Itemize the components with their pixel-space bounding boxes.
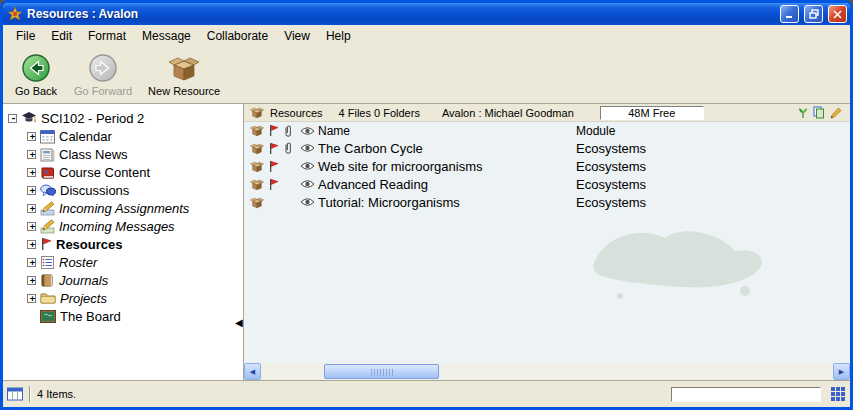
- tree-item-label: Incoming Messages: [59, 219, 175, 234]
- expand-expander[interactable]: [27, 240, 36, 249]
- menu-view[interactable]: View: [276, 27, 318, 45]
- tree-item-roster[interactable]: Roster: [27, 253, 243, 271]
- copy-stack-icon[interactable]: [813, 106, 825, 119]
- menu-edit[interactable]: Edit: [43, 27, 80, 45]
- tree-item-label: Class News: [59, 147, 128, 162]
- news-icon: [40, 147, 55, 162]
- tree-item-discussions[interactable]: Discussions: [27, 181, 243, 199]
- resource-row[interactable]: Advanced Reading Ecosystems: [244, 175, 850, 193]
- flag-icon: [266, 160, 280, 173]
- go-back-button[interactable]: Go Back: [9, 49, 63, 99]
- column-header-name[interactable]: Name: [318, 124, 576, 138]
- menu-message[interactable]: Message: [134, 27, 199, 45]
- resource-name: The Carbon Cycle: [318, 141, 576, 156]
- tree-item-class-news[interactable]: Class News: [27, 145, 243, 163]
- visibility-column-icon[interactable]: [296, 126, 318, 136]
- menu-format[interactable]: Format: [80, 27, 134, 45]
- column-header-module[interactable]: Module: [576, 124, 850, 138]
- scroll-left-button[interactable]: ◀: [244, 363, 261, 380]
- tree-item-calendar[interactable]: Calendar: [27, 127, 243, 145]
- tree-root[interactable]: SCI102 - Period 2: [8, 109, 243, 127]
- assignments-pencil-icon: [40, 201, 55, 216]
- journals-icon: [40, 273, 55, 288]
- resource-name: Web site for microorganisms: [318, 159, 576, 174]
- app-window: Resources : Avalon File Edit Format Mess…: [0, 0, 853, 410]
- collapse-expander[interactable]: [8, 114, 17, 123]
- flag-icon: [40, 237, 52, 251]
- tree-item-incoming-messages[interactable]: Incoming Messages: [27, 217, 243, 235]
- resource-module: Ecosystems: [576, 159, 850, 174]
- view-panel-icon[interactable]: [7, 387, 23, 401]
- forward-icon: [88, 51, 118, 85]
- tree-item-course-content[interactable]: Course Content: [27, 163, 243, 181]
- attachment-column-icon[interactable]: [280, 124, 296, 138]
- package-column-icon[interactable]: [248, 124, 266, 137]
- resource-row[interactable]: Tutorial: Microorganisms Ecosystems: [244, 193, 850, 211]
- minimize-button[interactable]: [780, 5, 799, 23]
- expand-expander[interactable]: [27, 186, 36, 195]
- resource-row[interactable]: The Carbon Cycle Ecosystems: [244, 139, 850, 157]
- resource-module: Ecosystems: [576, 177, 850, 192]
- menu-help[interactable]: Help: [318, 27, 359, 45]
- tree-item-incoming-assignments[interactable]: Incoming Assignments: [27, 199, 243, 217]
- resources-panel: Resources 4 Files 0 Folders Avalon : Mic…: [243, 104, 850, 380]
- title-bar[interactable]: Resources : Avalon: [3, 3, 850, 25]
- resource-name: Tutorial: Microorganisms: [318, 195, 576, 210]
- expand-expander[interactable]: [27, 204, 36, 213]
- tree-item-the-board[interactable]: The Board: [27, 307, 243, 325]
- edit-pencil-icon[interactable]: [830, 107, 842, 119]
- file-folder-counts: 4 Files 0 Folders: [339, 107, 420, 119]
- back-icon: [21, 51, 51, 85]
- expand-expander[interactable]: [27, 294, 36, 303]
- restore-button[interactable]: [804, 5, 823, 23]
- tree-item-label: Course Content: [59, 165, 150, 180]
- status-bar: 4 Items.: [3, 380, 850, 407]
- main-area: SCI102 - Period 2 Calendar Class News: [3, 104, 850, 380]
- tree-item-projects[interactable]: Projects: [27, 289, 243, 307]
- expand-expander[interactable]: [27, 150, 36, 159]
- flag-icon: [266, 142, 280, 155]
- class-icon: [21, 111, 37, 125]
- expand-expander[interactable]: [27, 132, 36, 141]
- flag-column-icon[interactable]: [266, 124, 280, 137]
- expand-expander[interactable]: [27, 258, 36, 267]
- package-icon: [248, 196, 266, 209]
- splitter-collapse-arrow[interactable]: ◀: [235, 317, 243, 328]
- scroll-right-button[interactable]: ▶: [833, 363, 850, 380]
- eye-icon: [296, 179, 318, 189]
- package-icon: [248, 142, 266, 155]
- toolbar: Go Back Go Forward: [3, 46, 850, 104]
- scrollbar-thumb[interactable]: [324, 364, 439, 379]
- expand-expander[interactable]: [27, 222, 36, 231]
- new-resource-icon: [168, 51, 200, 85]
- info-bar-actions: [798, 106, 844, 119]
- new-resource-button[interactable]: New Resource: [143, 49, 225, 99]
- tree-item-resources[interactable]: Resources: [27, 235, 243, 253]
- course-content-icon: [40, 165, 55, 180]
- paperclip-icon: [280, 141, 296, 155]
- menu-file[interactable]: File: [8, 27, 43, 45]
- tree-item-journals[interactable]: Journals: [27, 271, 243, 289]
- roster-icon: [40, 255, 55, 270]
- package-icon: [250, 106, 264, 119]
- projects-folder-icon: [40, 291, 56, 305]
- expand-expander[interactable]: [27, 276, 36, 285]
- tree-item-label: The Board: [60, 309, 121, 324]
- tree-item-label: Journals: [59, 273, 108, 288]
- horizontal-scrollbar[interactable]: ◀ ▶: [244, 363, 850, 380]
- go-forward-button[interactable]: Go Forward: [69, 49, 137, 99]
- menu-collaborate[interactable]: Collaborate: [199, 27, 276, 45]
- close-button[interactable]: [828, 5, 847, 23]
- tree-item-label: Roster: [59, 255, 97, 270]
- grid-view-icon[interactable]: [831, 387, 846, 401]
- new-resource-label: New Resource: [148, 85, 220, 97]
- sprout-icon[interactable]: [798, 107, 808, 119]
- expand-expander[interactable]: [27, 168, 36, 177]
- course-tree: SCI102 - Period 2 Calendar Class News: [3, 104, 243, 380]
- expander-spacer: [27, 312, 36, 321]
- panel-title: Resources: [270, 107, 323, 119]
- tree-item-label: Incoming Assignments: [59, 201, 189, 216]
- eye-icon: [296, 161, 318, 171]
- resource-module: Ecosystems: [576, 195, 850, 210]
- resource-row[interactable]: Web site for microorganisms Ecosystems: [244, 157, 850, 175]
